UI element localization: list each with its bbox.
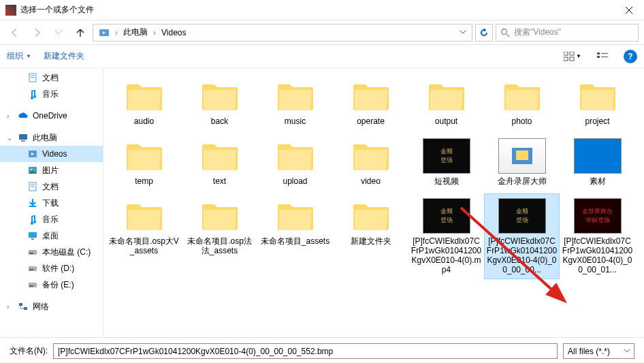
breadcrumb-videos[interactable]: Videos bbox=[159, 28, 189, 37]
file-tile[interactable]: 金顺登场[P]fcCWIEkdlx07CFrP1wGk01041200KgvX0… bbox=[408, 193, 484, 279]
file-tile[interactable]: project bbox=[560, 74, 635, 131]
filename-input[interactable] bbox=[53, 343, 558, 359]
sidebar-item[interactable]: 文档 bbox=[0, 178, 103, 195]
search-input[interactable]: 搜索"Videos" bbox=[496, 24, 639, 42]
file-label: upload bbox=[283, 176, 307, 186]
sidebar-item[interactable]: 软件 (D:) bbox=[0, 260, 103, 277]
file-label: text bbox=[213, 176, 226, 186]
svg-rect-9 bbox=[601, 53, 608, 54]
sidebar-item[interactable]: 图片 bbox=[0, 162, 103, 178]
file-icon bbox=[574, 78, 622, 114]
file-tile[interactable]: 未命名项目.osp法法_assets bbox=[182, 193, 257, 279]
svg-rect-15 bbox=[19, 134, 27, 140]
file-tile[interactable]: video bbox=[333, 133, 408, 191]
dialog-footer: 文件名(N): All files (*.*) 打开(O) 取消 bbox=[0, 337, 644, 363]
file-tile[interactable]: 未命名项目.osp大V_assets bbox=[106, 193, 182, 279]
file-type-filter[interactable]: All files (*.*) bbox=[563, 343, 634, 359]
up-button[interactable] bbox=[71, 24, 90, 42]
file-tile[interactable]: back bbox=[182, 74, 257, 131]
disk-icon bbox=[27, 263, 38, 274]
pc-icon bbox=[18, 132, 29, 143]
sidebar-item[interactable]: 文档 bbox=[0, 69, 103, 86]
window-title: 选择一个或多个文件 bbox=[20, 4, 613, 16]
file-icon bbox=[272, 78, 319, 114]
file-tile[interactable]: 金顺登场[P]fcCWIEkdlx07CFrP1wGk01041200KgvX0… bbox=[484, 193, 560, 279]
sidebar-item[interactable]: 桌面 bbox=[0, 227, 103, 244]
sidebar-item-label: 备份 (E:) bbox=[42, 279, 74, 291]
sidebar-tree[interactable]: 文档音乐›OneDrive⌄此电脑Videos图片文档下载音乐桌面本地磁盘 (C… bbox=[0, 68, 103, 337]
svg-rect-7 bbox=[570, 57, 574, 61]
forward-button[interactable] bbox=[27, 24, 46, 42]
file-tile[interactable]: 金顺登场短视频 bbox=[408, 133, 484, 191]
file-tile[interactable]: upload bbox=[257, 133, 333, 191]
svg-rect-10 bbox=[597, 56, 600, 58]
sidebar-item[interactable]: 音乐 bbox=[0, 211, 103, 227]
file-tile[interactable]: photo bbox=[484, 74, 560, 131]
chevron-right-icon: › bbox=[150, 28, 159, 37]
file-icon bbox=[120, 138, 168, 174]
file-label: [P]fcCWIEkdlx07CFrP1wGk01041200KgvX0E010… bbox=[486, 236, 558, 274]
file-tile[interactable]: 未命名项目_assets bbox=[257, 193, 333, 279]
file-label: photo bbox=[511, 116, 532, 126]
file-label: operate bbox=[357, 116, 385, 126]
file-tile[interactable]: output bbox=[408, 74, 484, 131]
sidebar-item[interactable]: 音乐 bbox=[0, 86, 103, 102]
view-details-button[interactable] bbox=[594, 49, 611, 64]
file-label: 未命名项目_assets bbox=[261, 236, 329, 246]
refresh-button[interactable] bbox=[475, 24, 493, 42]
view-icons-button[interactable]: ▼ bbox=[564, 49, 581, 64]
file-label: audio bbox=[134, 116, 154, 126]
file-tile[interactable]: operate bbox=[333, 74, 408, 131]
organize-menu[interactable]: 组织▼ bbox=[7, 50, 31, 62]
file-label: temp bbox=[135, 176, 153, 186]
file-tile[interactable]: 走世界舞台华丽登场[P]fcCWIEkdlx07CFrP1wGk01041200… bbox=[560, 193, 635, 279]
sidebar-item[interactable]: ›网络 bbox=[0, 298, 103, 315]
sidebar-item[interactable]: ›OneDrive bbox=[0, 108, 103, 124]
file-label: video bbox=[361, 176, 381, 186]
svg-rect-33 bbox=[24, 307, 27, 310]
file-label: 新建文件夹 bbox=[351, 236, 391, 246]
sidebar-item-label: OneDrive bbox=[33, 111, 67, 121]
file-label: 未命名项目.osp大V_assets bbox=[108, 236, 180, 255]
file-label: 短视频 bbox=[434, 176, 459, 186]
file-icon bbox=[347, 78, 395, 114]
sidebar-item[interactable]: ⌄此电脑 bbox=[0, 129, 103, 146]
sidebar-item-label: 此电脑 bbox=[33, 132, 57, 144]
sidebar-item[interactable]: 备份 (E:) bbox=[0, 277, 103, 293]
back-button[interactable] bbox=[5, 24, 25, 42]
chevron-down-icon bbox=[624, 349, 630, 353]
file-tile[interactable]: text bbox=[182, 133, 257, 191]
sidebar-item[interactable]: Videos bbox=[0, 146, 103, 162]
doc-icon bbox=[27, 72, 38, 83]
file-tile[interactable]: music bbox=[257, 74, 333, 131]
file-tile[interactable]: 素材 bbox=[560, 133, 635, 191]
file-icon bbox=[347, 198, 395, 234]
file-icon bbox=[272, 138, 319, 174]
file-tile[interactable]: 金舟录屏大师 bbox=[484, 133, 560, 191]
svg-rect-35 bbox=[516, 151, 528, 160]
svg-rect-8 bbox=[597, 52, 600, 54]
breadcrumb[interactable]: › 此电脑 › Videos bbox=[93, 24, 472, 42]
file-tile[interactable]: temp bbox=[106, 133, 182, 191]
close-button[interactable] bbox=[613, 0, 644, 20]
close-icon bbox=[626, 7, 632, 14]
breadcrumb-root[interactable]: 此电脑 bbox=[120, 27, 150, 38]
file-icon: 金顺登场 bbox=[423, 198, 470, 234]
svg-rect-5 bbox=[570, 52, 574, 55]
pic-icon bbox=[27, 165, 38, 176]
toolbar: 组织▼ 新建文件夹 ▼ ? bbox=[0, 45, 644, 68]
sidebar-item-label: 软件 (D:) bbox=[42, 263, 74, 274]
file-list[interactable]: audiobackmusicoperateoutputphotoprojectt… bbox=[103, 68, 644, 337]
doc-icon bbox=[27, 181, 38, 192]
new-folder-button[interactable]: 新建文件夹 bbox=[44, 50, 84, 62]
sidebar-item[interactable]: 下载 bbox=[0, 195, 103, 211]
sidebar-item[interactable]: 本地磁盘 (C:) bbox=[0, 244, 103, 260]
help-button[interactable]: ? bbox=[624, 50, 637, 63]
sidebar-item-label: 网络 bbox=[33, 301, 49, 313]
recent-dropdown[interactable] bbox=[49, 24, 68, 42]
file-tile[interactable]: 新建文件夹 bbox=[333, 193, 408, 279]
breadcrumb-dropdown[interactable] bbox=[457, 25, 469, 41]
desk-icon bbox=[27, 230, 38, 241]
file-tile[interactable]: audio bbox=[106, 74, 182, 131]
sidebar-item-label: 文档 bbox=[42, 72, 59, 84]
